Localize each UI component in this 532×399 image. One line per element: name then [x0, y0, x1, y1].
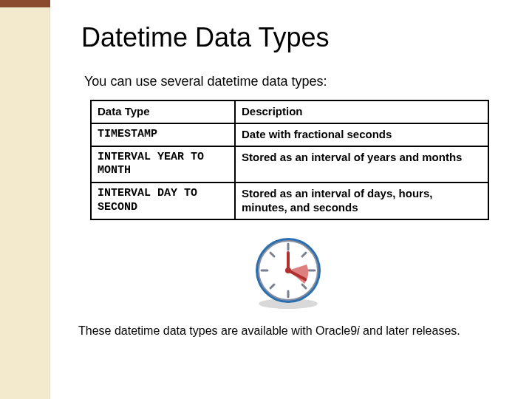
cell-desc: Stored as an interval of days, hours, mi… [235, 183, 488, 219]
cell-type: INTERVAL DAY TO SECOND [91, 183, 235, 219]
svg-point-13 [285, 267, 291, 273]
clock-illustration [81, 233, 495, 311]
table-row: INTERVAL DAY TO SECOND Stored as an inte… [91, 183, 488, 219]
table-row: INTERVAL YEAR TO MONTH Stored as an inte… [91, 146, 488, 183]
cell-type: INTERVAL YEAR TO MONTH [91, 146, 235, 183]
col-header-desc: Description [235, 100, 488, 123]
slide-content: Datetime Data Types You can use several … [0, 0, 532, 399]
footnote-pre: These datetime data types are available … [78, 324, 357, 337]
footnote: These datetime data types are available … [78, 324, 495, 338]
col-header-type: Data Type [91, 100, 235, 123]
cell-type: TIMESTAMP [91, 123, 235, 146]
intro-text: You can use several datetime data types: [84, 74, 495, 89]
cell-desc: Stored as an interval of years and month… [235, 146, 488, 183]
page-title: Datetime Data Types [81, 22, 495, 53]
table-row: TIMESTAMP Date with fractional seconds [91, 123, 488, 146]
table-header-row: Data Type Description [91, 100, 488, 123]
footnote-post: and later releases. [360, 324, 460, 337]
datatypes-table: Data Type Description TIMESTAMP Date wit… [90, 100, 489, 220]
cell-desc: Date with fractional seconds [235, 123, 488, 146]
clock-icon [248, 233, 329, 311]
